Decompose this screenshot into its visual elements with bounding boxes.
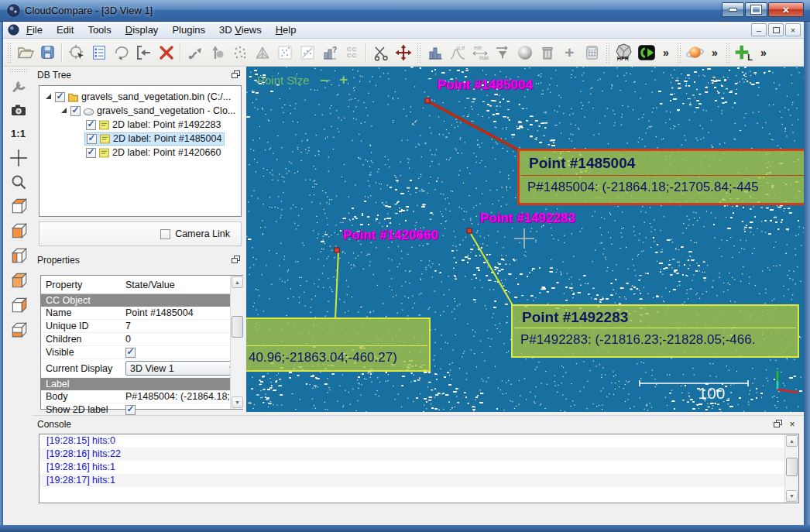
properties-list-button[interactable] <box>88 41 110 63</box>
mdi-restore-button[interactable] <box>768 23 784 36</box>
sample-points-button[interactable] <box>273 41 296 63</box>
floating-label-1485004[interactable]: Point #1485004 <box>438 77 533 93</box>
console-header[interactable]: Console <box>37 417 781 431</box>
sra-plugin-button[interactable]: L <box>733 41 755 63</box>
expander-icon[interactable] <box>46 94 51 99</box>
view-left-button[interactable] <box>8 245 29 266</box>
scroll-down-icon[interactable]: ▼ <box>232 396 243 408</box>
visibility-checkbox[interactable]: ✓ <box>70 106 81 116</box>
mdi-close-button[interactable]: × <box>785 23 801 36</box>
view-top-button[interactable] <box>8 195 29 216</box>
expander-icon[interactable] <box>61 108 67 113</box>
pick-rotation-center-button[interactable] <box>8 147 29 168</box>
current-display-dropdown[interactable]: 3D View 1 ▼ <box>125 361 238 376</box>
show-2d-label-checkbox[interactable]: ✓ <box>125 405 136 415</box>
menu-tools[interactable]: Tools <box>81 22 118 37</box>
apply-transformation-button[interactable] <box>132 41 155 63</box>
floating-label-1492283[interactable]: Point #1492283 <box>480 211 575 226</box>
console-splitter[interactable] <box>33 415 804 416</box>
sf-filter-button[interactable] <box>491 41 513 63</box>
visibility-checkbox[interactable]: ✓ <box>86 120 96 130</box>
toolbar-grip[interactable] <box>606 43 610 63</box>
cloud-compare-button[interactable]: CCCC <box>341 41 363 63</box>
db-tree-float-button[interactable] <box>231 70 242 80</box>
tree-row-cloud[interactable]: ✓ gravels_sand_vegetation - Clo... <box>39 104 241 118</box>
view-bottom-button[interactable] <box>8 319 29 340</box>
toolbar-grip[interactable] <box>7 43 12 63</box>
kinect-plugin-button[interactable] <box>635 41 657 63</box>
visibility-checkbox[interactable]: ✓ <box>55 92 65 102</box>
sf-sphere-button[interactable] <box>513 41 536 63</box>
label-box-1485004[interactable]: Point #1485004 P#1485004: (-21864.18;-21… <box>517 149 804 205</box>
scissors-segment-button[interactable] <box>369 41 392 63</box>
merge-button[interactable] <box>206 41 228 63</box>
lasso-segment-button[interactable] <box>110 41 132 63</box>
title-bar[interactable]: CloudCompare - [3D View 1] × <box>0 0 810 22</box>
menu-file[interactable]: File <box>19 22 50 37</box>
sf-calculator-button[interactable] <box>581 41 603 63</box>
toolbar-grip[interactable] <box>726 43 730 63</box>
view-front-button[interactable] <box>8 220 29 241</box>
pcv-plugin-button[interactable] <box>684 41 706 63</box>
sf-gaussian-button[interactable]: μ,σ <box>446 41 468 63</box>
clone-button[interactable] <box>184 41 206 63</box>
close-button[interactable]: × <box>768 2 804 17</box>
toolbar-grip[interactable] <box>677 43 681 63</box>
camera-link-checkbox[interactable] <box>160 229 170 239</box>
scroll-thumb[interactable] <box>786 458 798 476</box>
properties-float-button[interactable] <box>231 255 242 265</box>
screenshot-button[interactable] <box>8 99 29 120</box>
scroll-up-icon[interactable]: ▲ <box>786 435 798 447</box>
mesh-button[interactable] <box>251 41 273 63</box>
console-scrollbar[interactable]: ▲ ▼ <box>784 434 798 503</box>
visibility-checkbox[interactable]: ✓ <box>87 134 97 144</box>
floating-label-1420660[interactable]: Point #1420660 <box>343 228 438 243</box>
visible-checkbox[interactable]: ✓ <box>125 348 136 358</box>
scroll-up-icon[interactable]: ▲ <box>232 276 243 288</box>
hpr-plugin-button[interactable]: HPR <box>613 41 635 63</box>
subsample-button[interactable] <box>228 41 251 63</box>
mdi-minimize-button[interactable]: – <box>751 23 767 36</box>
toolbar-grip[interactable] <box>9 68 28 73</box>
tree-row-label-1492283[interactable]: ✓ 2D label: Point #1492283 <box>39 118 241 132</box>
zoom-fit-button[interactable] <box>8 171 29 192</box>
scroll-down-icon[interactable]: ▼ <box>786 490 798 502</box>
sf-histogram-button[interactable] <box>424 41 446 63</box>
view-back-button[interactable] <box>8 269 29 290</box>
menu-display[interactable]: Display <box>118 22 166 37</box>
label-box-1420660[interactable]: 40.96;-21863.04;-460.27) <box>246 317 431 372</box>
global-shift-button[interactable] <box>65 41 88 63</box>
save-button[interactable] <box>36 41 59 63</box>
point-size-decrease-button[interactable]: – <box>321 71 329 88</box>
toolbar-grip[interactable] <box>417 43 421 63</box>
menu-3d-views[interactable]: 3D Views <box>212 22 269 37</box>
statistics-button[interactable]: ? <box>318 41 341 63</box>
menu-help[interactable]: Help <box>269 22 304 37</box>
minimize-button[interactable] <box>722 2 744 17</box>
maximize-button[interactable] <box>745 2 767 17</box>
config-button[interactable] <box>8 74 29 95</box>
toolbar-overflow-button[interactable]: » <box>706 41 723 63</box>
properties-scrollbar[interactable]: ▲ ▼ <box>230 276 243 409</box>
sf-minmax-button[interactable]: minmax <box>468 41 491 63</box>
tree-row-label-1485004[interactable]: ✓ 2D label: Point #1485004 <box>39 132 241 146</box>
tree-row-label-1420660[interactable]: ✓ 2D label: Point #1420660 <box>39 146 241 160</box>
sf-delete-button[interactable] <box>536 41 558 63</box>
smooth-button[interactable] <box>296 41 318 63</box>
menu-plugins[interactable]: Plugins <box>165 22 212 37</box>
console-close-button[interactable]: × <box>787 419 798 429</box>
scroll-thumb[interactable] <box>232 316 243 338</box>
sf-add-button[interactable]: + <box>558 41 581 63</box>
db-tree-header[interactable]: DB Tree <box>37 68 243 82</box>
zoom-1-1-button[interactable]: 1:1 <box>8 123 29 144</box>
open-button[interactable] <box>14 41 36 63</box>
properties-header[interactable]: Properties <box>37 253 243 267</box>
3d-viewport[interactable]: Point #1485004 P#1485004: (-21864.18;-21… <box>246 67 804 412</box>
label-box-1492283[interactable]: Point #1492283 P#1492283: (-21816.23;-21… <box>511 304 799 358</box>
toolbar-overflow-button[interactable]: » <box>755 41 772 63</box>
view-right-button[interactable] <box>8 294 29 315</box>
tree-row-root[interactable]: ✓ gravels_sand_vegetation.bin (C:/... <box>39 90 241 104</box>
menu-edit[interactable]: Edit <box>50 22 81 37</box>
visibility-checkbox[interactable]: ✓ <box>86 148 96 158</box>
point-size-increase-button[interactable]: + <box>339 71 348 88</box>
